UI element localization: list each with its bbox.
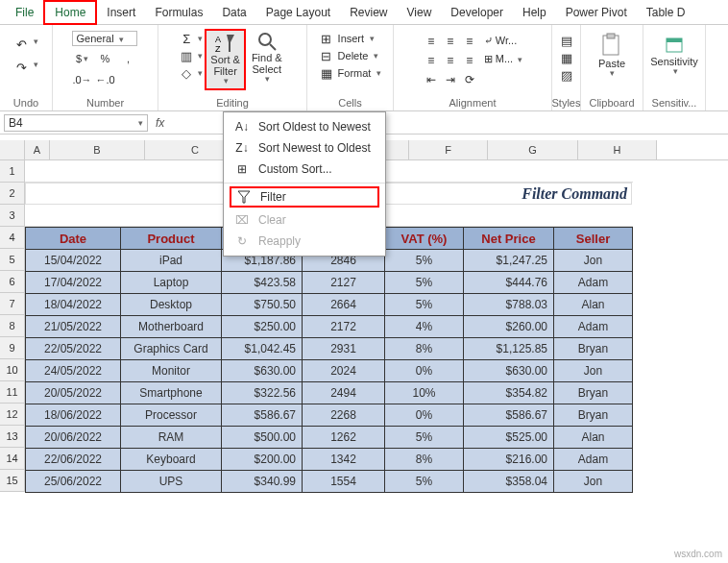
cell[interactable]: 10% xyxy=(385,382,464,404)
cell[interactable]: Jon xyxy=(554,471,633,493)
cell[interactable]: $354.82 xyxy=(464,382,554,404)
cell[interactable]: $423.58 xyxy=(222,272,303,294)
cell[interactable]: $630.00 xyxy=(222,360,303,382)
row-header-11[interactable]: 11 xyxy=(0,381,25,404)
cell[interactable]: 18/06/2022 xyxy=(26,404,121,427)
header-date[interactable]: Date xyxy=(26,228,121,250)
header-net-price[interactable]: Net Price xyxy=(464,228,554,250)
menu-sort-newest[interactable]: Z↓Sort Newest to Oldest xyxy=(224,137,385,159)
cell[interactable]: 5% xyxy=(385,250,464,272)
tab-formulas[interactable]: Formulas xyxy=(145,2,212,23)
cell[interactable]: 2024 xyxy=(303,360,385,382)
cell[interactable]: $1,125.85 xyxy=(464,338,554,360)
cell[interactable]: Adam xyxy=(554,449,633,471)
cell[interactable]: $216.00 xyxy=(464,449,554,471)
cell[interactable]: $358.04 xyxy=(464,471,554,493)
format-button[interactable]: ▦Format▾ xyxy=(319,65,382,81)
header-vat-[interactable]: VAT (%) xyxy=(385,228,464,250)
merge-button[interactable]: ⊞ M... ▾ xyxy=(484,53,522,65)
cell[interactable]: $750.50 xyxy=(222,294,303,316)
percent-button[interactable]: % xyxy=(95,50,116,67)
cell[interactable]: $200.00 xyxy=(222,449,303,471)
cell[interactable]: 18/04/2022 xyxy=(26,294,121,316)
undo-icon[interactable]: ↶ xyxy=(14,37,30,52)
cell[interactable]: $250.00 xyxy=(222,316,303,338)
cell[interactable]: 15/04/2022 xyxy=(26,250,121,272)
fx-icon[interactable]: fx xyxy=(156,116,164,130)
tab-home[interactable]: Home xyxy=(43,0,97,25)
row-header-7[interactable]: 7 xyxy=(0,293,25,315)
cell[interactable]: 5% xyxy=(385,272,464,294)
row-header-12[interactable]: 12 xyxy=(0,404,25,426)
cell[interactable]: iPad xyxy=(121,250,222,272)
align-right-button[interactable]: ≡ xyxy=(461,52,478,69)
paste-button[interactable]: Paste▾ xyxy=(595,31,629,81)
cell[interactable]: Bryan xyxy=(554,404,633,427)
cell[interactable]: 8% xyxy=(385,338,464,360)
cell[interactable]: 8% xyxy=(385,449,464,471)
cell[interactable]: 2127 xyxy=(303,272,385,294)
align-left-button[interactable]: ≡ xyxy=(423,52,440,69)
cell[interactable]: 2172 xyxy=(303,316,385,338)
row-header-14[interactable]: 14 xyxy=(0,448,25,470)
cell[interactable]: $500.00 xyxy=(222,427,303,449)
cell[interactable]: $322.56 xyxy=(222,382,303,404)
conditional-formatting-icon[interactable]: ▤ xyxy=(559,33,574,48)
tab-table-d[interactable]: Table D xyxy=(637,2,695,23)
row-header-8[interactable]: 8 xyxy=(0,315,25,337)
menu-custom-sort[interactable]: ⊞Custom Sort... xyxy=(224,159,385,180)
cell[interactable]: Desktop xyxy=(121,294,222,316)
cell[interactable]: 4% xyxy=(385,316,464,338)
select-all-corner[interactable] xyxy=(0,140,25,159)
cell[interactable]: Adam xyxy=(554,316,633,338)
cell[interactable]: $340.99 xyxy=(222,471,303,493)
cell[interactable]: Alan xyxy=(554,427,633,449)
cell[interactable]: $586.67 xyxy=(222,404,303,427)
sensitivity-button[interactable]: Sensitivity▾ xyxy=(646,31,702,79)
row-header-10[interactable]: 10 xyxy=(0,359,25,381)
indent-decrease-button[interactable]: ⇤ xyxy=(423,71,440,88)
align-middle-button[interactable]: ≡ xyxy=(442,33,459,50)
indent-increase-button[interactable]: ⇥ xyxy=(442,71,459,88)
cell[interactable]: 2931 xyxy=(303,338,385,360)
number-format-select[interactable]: General ▾ xyxy=(72,31,137,46)
sort-filter-button[interactable]: AZ Sort & Filter▾ xyxy=(205,29,246,90)
cell[interactable]: 2664 xyxy=(303,294,385,316)
header-seller[interactable]: Seller xyxy=(554,228,633,250)
clear-icon[interactable]: ◇ xyxy=(179,65,194,81)
cell[interactable]: Bryan xyxy=(554,382,633,404)
tab-view[interactable]: View xyxy=(398,2,442,23)
align-bottom-button[interactable]: ≡ xyxy=(461,33,478,50)
cell[interactable]: 5% xyxy=(385,294,464,316)
cell[interactable]: 1342 xyxy=(303,449,385,471)
cell[interactable]: 1262 xyxy=(303,427,385,449)
cell[interactable]: 20/05/2022 xyxy=(26,382,121,404)
align-center-button[interactable]: ≡ xyxy=(442,52,459,69)
tab-developer[interactable]: Developer xyxy=(441,2,513,23)
cell[interactable]: 21/05/2022 xyxy=(26,316,121,338)
currency-button[interactable]: $▾ xyxy=(72,50,93,67)
wrap-text-button[interactable]: ⤶ Wr... xyxy=(484,35,522,47)
cell[interactable]: Monitor xyxy=(121,360,222,382)
tab-insert[interactable]: Insert xyxy=(97,2,145,23)
menu-sort-oldest[interactable]: A↓Sort Oldest to Newest xyxy=(224,116,385,137)
cell[interactable]: Jon xyxy=(554,360,633,382)
cell[interactable]: $260.00 xyxy=(464,316,554,338)
cell[interactable]: RAM xyxy=(121,427,222,449)
cell[interactable]: Alan xyxy=(554,294,633,316)
cell[interactable]: 20/06/2022 xyxy=(26,427,121,449)
insert-button[interactable]: ⊞Insert▾ xyxy=(319,31,382,46)
cell[interactable]: Motherboard xyxy=(121,316,222,338)
delete-button[interactable]: ⊟Delete▾ xyxy=(319,48,382,63)
cell[interactable]: $444.76 xyxy=(464,272,554,294)
cell[interactable]: 25/06/2022 xyxy=(26,471,121,493)
orientation-button[interactable]: ⟳ xyxy=(461,71,478,88)
cell[interactable]: Bryan xyxy=(554,338,633,360)
row-header-3[interactable]: 3 xyxy=(0,205,25,227)
cell[interactable]: 5% xyxy=(385,427,464,449)
cell[interactable]: 2268 xyxy=(303,404,385,427)
cell[interactable]: 17/04/2022 xyxy=(26,272,121,294)
row-header-5[interactable]: 5 xyxy=(0,249,25,271)
cell[interactable]: 22/06/2022 xyxy=(26,449,121,471)
cell[interactable]: UPS xyxy=(121,471,222,493)
